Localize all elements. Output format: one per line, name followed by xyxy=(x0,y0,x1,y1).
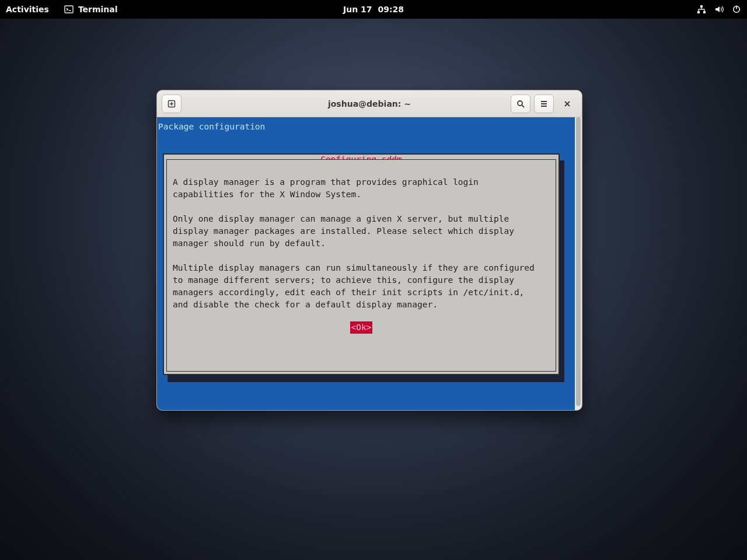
svg-rect-1 xyxy=(68,10,71,10)
activities-button[interactable]: Activities xyxy=(6,5,49,14)
svg-rect-0 xyxy=(65,6,73,13)
new-tab-button[interactable] xyxy=(162,94,181,113)
gnome-top-bar: Activities Terminal Jun 17 09:28 xyxy=(0,0,747,19)
active-app-indicator[interactable]: Terminal xyxy=(64,5,118,14)
network-icon xyxy=(697,5,706,14)
svg-rect-4 xyxy=(703,11,706,13)
svg-rect-3 xyxy=(697,11,700,13)
debconf-dialog: Configuring sddm A display manager is a … xyxy=(163,153,560,375)
window-titlebar[interactable]: joshua@debian: ~ xyxy=(157,90,582,117)
clock[interactable]: Jun 17 09:28 xyxy=(343,5,404,14)
svg-rect-2 xyxy=(700,5,703,8)
close-button[interactable] xyxy=(557,94,577,113)
svg-rect-6 xyxy=(736,6,737,9)
power-icon xyxy=(732,5,741,14)
ok-button[interactable]: <Ok> xyxy=(350,321,372,334)
scrollbar-thumb[interactable] xyxy=(576,117,581,406)
active-app-name: Terminal xyxy=(78,5,118,14)
scrollbar-track[interactable] xyxy=(575,117,582,410)
volume-icon xyxy=(714,5,724,14)
svg-point-8 xyxy=(518,101,522,106)
dialog-paragraph-3: Multiple display managers can run simult… xyxy=(173,262,550,311)
terminal-app-icon xyxy=(64,5,74,14)
dialog-paragraph-1: A display manager is a program that prov… xyxy=(173,176,550,201)
terminal-window: joshua@debian: ~ Package configuration C… xyxy=(156,90,582,411)
dialog-paragraph-2: Only one display manager can manage a gi… xyxy=(173,213,550,250)
search-button[interactable] xyxy=(511,94,530,113)
clock-date: Jun 17 xyxy=(343,5,372,14)
system-status-area[interactable] xyxy=(697,5,741,14)
package-configuration-header: Package configuration xyxy=(158,121,265,133)
hamburger-menu-button[interactable] xyxy=(534,94,554,113)
terminal-viewport[interactable]: Package configuration Configuring sddm A… xyxy=(157,117,575,410)
clock-time: 09:28 xyxy=(378,5,404,14)
